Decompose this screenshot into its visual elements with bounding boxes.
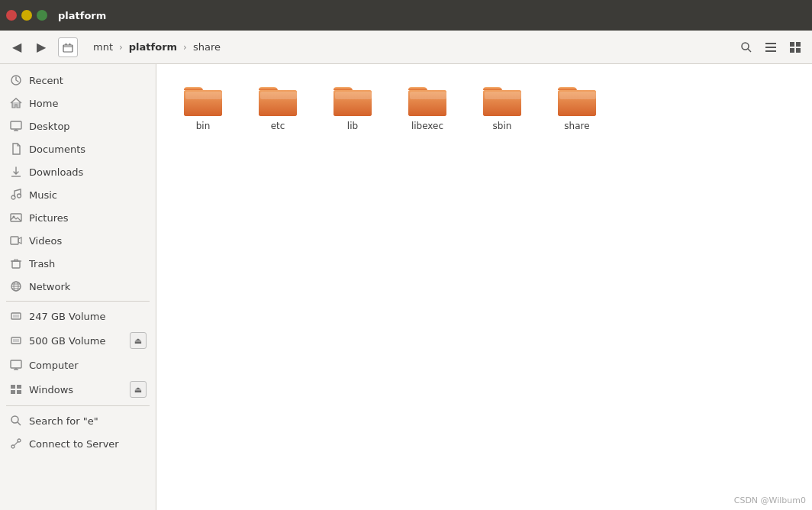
sidebar-item-music[interactable]: Music	[0, 183, 156, 206]
videos-icon	[9, 234, 23, 247]
svg-rect-9	[796, 48, 801, 53]
svg-point-15	[11, 195, 15, 199]
file-grid: bin etc	[169, 76, 800, 137]
folder-item-lib[interactable]: lib	[318, 76, 387, 137]
sidebar-label-windows: Windows	[29, 384, 73, 395]
svg-rect-5	[765, 50, 776, 52]
folder-label: bin	[196, 121, 211, 131]
titlebar: platform	[0, 0, 812, 31]
music-icon	[9, 188, 23, 202]
location-icon-btn[interactable]	[58, 37, 78, 57]
folder-item-sbin[interactable]: sbin	[468, 76, 536, 137]
sidebar-item-500gb[interactable]: 500 GB Volume ⏏	[0, 328, 156, 353]
minimize-button[interactable]	[21, 10, 32, 21]
view-list-icon	[765, 41, 777, 53]
sidebar-item-videos[interactable]: Videos	[0, 229, 156, 252]
documents-icon	[9, 142, 23, 156]
sidebar-item-connect[interactable]: Connect to Server	[0, 432, 156, 455]
sidebar-item-recent[interactable]: Recent	[0, 69, 156, 92]
sidebar-item-computer[interactable]: Computer	[0, 353, 156, 376]
folder-icon	[556, 82, 598, 118]
folder-icon	[257, 82, 298, 118]
sidebar-divider	[6, 301, 150, 302]
folder-icon	[332, 82, 373, 118]
sidebar-item-search[interactable]: Search for "e"	[0, 409, 156, 432]
content-area: bin etc	[156, 64, 812, 510]
recent-icon	[9, 73, 23, 87]
sidebar-label-recent: Recent	[29, 75, 63, 86]
folder-item-etc[interactable]: etc	[243, 76, 312, 137]
folder-item-share[interactable]: share	[543, 76, 611, 137]
view-list-button[interactable]	[760, 37, 781, 58]
close-button[interactable]	[6, 10, 17, 21]
folder-label: sbin	[493, 121, 512, 131]
toolbar: ◀ ▶ mnt › platform › share	[0, 31, 812, 64]
svg-rect-7	[796, 42, 801, 47]
trash-icon	[9, 257, 23, 270]
sidebar-item-desktop[interactable]: Desktop	[0, 115, 156, 137]
sidebar-item-network[interactable]: Network	[0, 275, 156, 298]
eject-windows-button[interactable]: ⏏	[130, 381, 147, 398]
svg-rect-54	[410, 92, 446, 99]
sidebar-item-trash[interactable]: Trash	[0, 252, 156, 275]
sidebar-label-desktop: Desktop	[29, 121, 70, 132]
sidebar-item-home[interactable]: Home	[0, 92, 156, 115]
folder-item-libexec[interactable]: libexec	[393, 76, 462, 137]
connect-icon	[9, 437, 23, 450]
sidebar-item-windows[interactable]: Windows ⏏	[0, 376, 156, 402]
svg-rect-4	[765, 47, 776, 48]
view-grid-button[interactable]	[785, 37, 806, 58]
svg-line-42	[14, 441, 18, 445]
downloads-icon	[9, 165, 23, 179]
back-icon: ◀	[12, 40, 21, 54]
svg-point-1	[742, 43, 749, 50]
breadcrumb-platform[interactable]: platform	[123, 39, 183, 55]
folder-icon	[482, 82, 523, 118]
sidebar-item-247gb[interactable]: 247 GB Volume	[0, 305, 156, 328]
forward-icon: ▶	[37, 40, 46, 54]
svg-rect-19	[11, 237, 18, 244]
pictures-icon	[9, 211, 23, 224]
view-grid-icon	[789, 41, 801, 53]
sidebar-item-pictures[interactable]: Pictures	[0, 206, 156, 229]
svg-rect-20	[12, 261, 20, 268]
volume247-icon	[9, 309, 23, 323]
sidebar-label-connect: Connect to Server	[29, 438, 119, 450]
forward-button[interactable]: ▶	[31, 37, 52, 58]
window-title: platform	[58, 10, 106, 21]
sidebar-label-247gb: 247 GB Volume	[29, 311, 105, 322]
sidebar-label-home: Home	[29, 98, 58, 109]
sidebar-item-downloads[interactable]: Downloads	[0, 160, 156, 183]
eject-500gb-button[interactable]: ⏏	[130, 332, 147, 349]
svg-line-2	[748, 49, 751, 52]
svg-rect-60	[559, 92, 596, 99]
sidebar-label-trash: Trash	[29, 258, 55, 270]
breadcrumb-share[interactable]: share	[187, 39, 227, 55]
folder-label: lib	[347, 121, 358, 131]
sidebar-item-documents[interactable]: Documents	[0, 137, 156, 160]
location-icon	[63, 42, 73, 53]
svg-point-38	[11, 416, 18, 423]
breadcrumb: mnt › platform › share	[87, 39, 227, 55]
svg-rect-30	[13, 339, 19, 342]
sidebar-label-downloads: Downloads	[29, 166, 83, 178]
sidebar-label-documents: Documents	[29, 144, 85, 155]
folder-label: share	[564, 121, 589, 131]
svg-rect-35	[17, 385, 21, 389]
svg-rect-6	[790, 42, 794, 47]
sidebar-label-computer: Computer	[29, 360, 79, 371]
window-controls	[6, 10, 47, 21]
sidebar-divider2	[6, 405, 150, 406]
sidebar-label-videos: Videos	[29, 235, 62, 247]
back-button[interactable]: ◀	[6, 37, 27, 58]
search-button[interactable]	[736, 37, 757, 58]
sidebar: Recent Home Desktop Documents	[0, 64, 156, 510]
folder-item-bin[interactable]: bin	[169, 76, 237, 137]
folder-label: etc	[271, 121, 285, 131]
windows-icon	[9, 382, 23, 396]
folder-icon	[407, 82, 448, 118]
sidebar-label-500gb: 500 GB Volume	[29, 335, 105, 347]
search-sidebar-icon	[9, 414, 23, 428]
breadcrumb-mnt[interactable]: mnt	[87, 39, 119, 55]
maximize-button[interactable]	[37, 10, 47, 21]
